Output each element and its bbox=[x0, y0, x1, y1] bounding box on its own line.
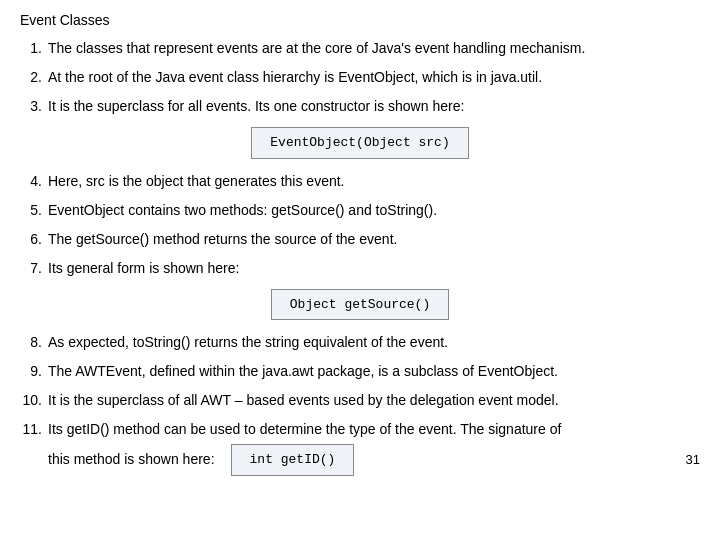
item-number: 1. bbox=[20, 38, 42, 59]
sub-text-11: this method is shown here: bbox=[48, 449, 215, 470]
item-number: 3. bbox=[20, 96, 42, 117]
item-number: 10. bbox=[20, 390, 42, 411]
item-text: Its getID() method can be used to determ… bbox=[48, 419, 700, 440]
list-item: 6. The getSource() method returns the so… bbox=[20, 229, 700, 250]
item-text: It is the superclass of all AWT – based … bbox=[48, 390, 700, 411]
list-item: 1. The classes that represent events are… bbox=[20, 38, 700, 59]
item-text: As expected, toString() returns the stri… bbox=[48, 332, 700, 353]
item-text: The getSource() method returns the sourc… bbox=[48, 229, 700, 250]
page-title: Event Classes bbox=[20, 12, 700, 28]
list-item: 8. As expected, toString() returns the s… bbox=[20, 332, 700, 353]
item-number: 4. bbox=[20, 171, 42, 192]
item-text: It is the superclass for all events. Its… bbox=[48, 96, 700, 117]
item-number: 11. bbox=[20, 419, 42, 440]
list-item: 4. Here, src is the object that generate… bbox=[20, 171, 700, 192]
item-number: 6. bbox=[20, 229, 42, 250]
list-item: 3. It is the superclass for all events. … bbox=[20, 96, 700, 163]
eventobject-constructor-code: EventObject(Object src) bbox=[251, 127, 468, 159]
page-number: 31 bbox=[686, 450, 700, 470]
list-item: 7. Its general form is shown here: Objec… bbox=[20, 258, 700, 325]
item-number: 5. bbox=[20, 200, 42, 221]
list-item: 5. EventObject contains two methods: get… bbox=[20, 200, 700, 221]
list-item: 10. It is the superclass of all AWT – ba… bbox=[20, 390, 700, 411]
list-item: 2. At the root of the Java event class h… bbox=[20, 67, 700, 88]
item-text: At the root of the Java event class hier… bbox=[48, 67, 700, 88]
item-text: EventObject contains two methods: getSou… bbox=[48, 200, 700, 221]
item-text: The classes that represent events are at… bbox=[48, 38, 700, 59]
item-text: Here, src is the object that generates t… bbox=[48, 171, 700, 192]
getsource-code: Object getSource() bbox=[271, 289, 449, 321]
list-item: 9. The AWTEvent, defined within the java… bbox=[20, 361, 700, 382]
getid-code: int getID() bbox=[231, 444, 355, 476]
item-number: 9. bbox=[20, 361, 42, 382]
item-text: The AWTEvent, defined within the java.aw… bbox=[48, 361, 700, 382]
item-number: 7. bbox=[20, 258, 42, 279]
item-text: Its general form is shown here: bbox=[48, 258, 700, 279]
item-number: 2. bbox=[20, 67, 42, 88]
list-item: 11. Its getID() method can be used to de… bbox=[20, 419, 700, 480]
item-number: 8. bbox=[20, 332, 42, 353]
